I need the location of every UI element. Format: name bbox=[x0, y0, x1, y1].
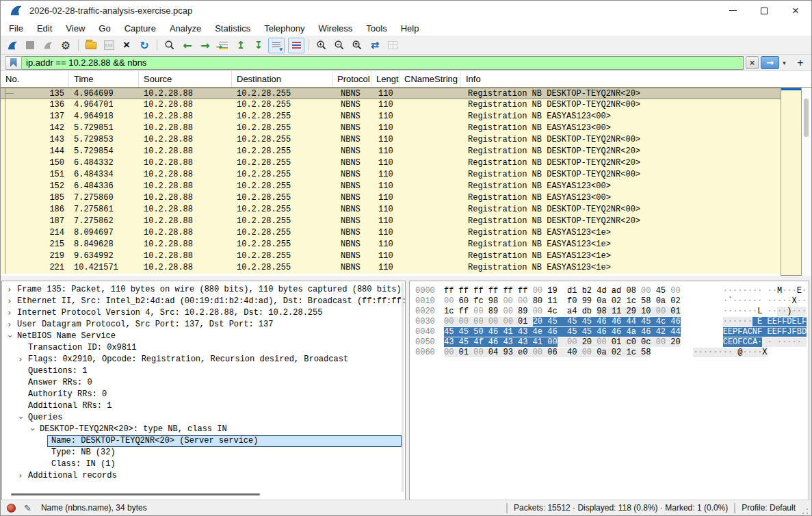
collapse-icon[interactable]: › bbox=[27, 426, 38, 434]
packet-row[interactable]: 1867.27586110.2.28.8810.2.28.255NBNS110R… bbox=[1, 204, 811, 216]
detail-line[interactable]: Name: DESKTOP-TEYQ2NR<20> (Server servic… bbox=[2, 435, 405, 447]
columns-prefs-button[interactable] bbox=[384, 38, 401, 53]
expert-info-icon[interactable] bbox=[7, 504, 16, 513]
go-back-button[interactable]: ← bbox=[179, 38, 196, 53]
hex-row[interactable]: 006000 01 00 04 93 e0 00 06 40 00 0a 02 … bbox=[415, 348, 809, 358]
packet-row[interactable]: 1857.27586010.2.28.8810.2.28.255NBNS110R… bbox=[1, 192, 811, 204]
menu-item-wireless[interactable]: Wireless bbox=[311, 21, 359, 36]
display-filter-input[interactable]: ip.addr == 10.2.28.88 && nbns bbox=[22, 56, 744, 70]
apply-filter-button[interactable]: → bbox=[761, 56, 779, 69]
expand-icon[interactable]: › bbox=[5, 284, 14, 296]
menu-item-help[interactable]: Help bbox=[394, 21, 426, 36]
add-filter-button[interactable]: + bbox=[794, 56, 807, 69]
zoom-reset-button[interactable] bbox=[349, 38, 365, 53]
hex-row[interactable]: 005043 45 4f 46 43 43 41 00 00 20 00 01 … bbox=[415, 337, 809, 348]
menu-item-telephony[interactable]: Telephony bbox=[257, 21, 311, 36]
find-packet-button[interactable] bbox=[161, 38, 178, 53]
hex-row[interactable]: 004045 45 50 46 41 43 4e 46 45 45 46 46 … bbox=[415, 327, 809, 337]
capture-comment-icon[interactable]: ✎ bbox=[24, 503, 31, 513]
column-header-source[interactable]: Source bbox=[139, 71, 232, 87]
packet-row[interactable]: 1445.72985410.2.28.8810.2.28.255NBNS110R… bbox=[1, 146, 811, 157]
column-header-protocol[interactable]: Protocol bbox=[332, 71, 371, 87]
intelligent-scrollbar[interactable] bbox=[781, 88, 802, 276]
detail-line[interactable]: Additional RRs: 1 bbox=[2, 400, 405, 412]
close-button[interactable]: × bbox=[780, 1, 811, 21]
menu-item-go[interactable]: Go bbox=[92, 21, 117, 36]
details-vertical-scrollbar[interactable] bbox=[402, 283, 404, 492]
open-file-button[interactable] bbox=[83, 38, 99, 53]
expand-icon[interactable]: › bbox=[16, 354, 25, 365]
packet-row[interactable]: 1435.72985310.2.28.8810.2.28.255NBNS110R… bbox=[1, 134, 811, 146]
clear-filter-button[interactable]: × bbox=[746, 56, 759, 69]
capture-options-button[interactable]: ⚙ bbox=[57, 38, 74, 53]
menu-item-edit[interactable]: Edit bbox=[30, 21, 59, 36]
detail-line[interactable]: ›Flags: 0x2910, Opcode: Registration, Re… bbox=[2, 354, 405, 365]
filter-dropdown-button[interactable]: ▾ bbox=[779, 56, 789, 69]
restart-capture-button[interactable] bbox=[40, 38, 56, 53]
packet-row[interactable]: 2199.63499210.2.28.8810.2.28.255NBNS110R… bbox=[1, 250, 811, 262]
zoom-in-button[interactable] bbox=[313, 38, 330, 53]
detail-line[interactable]: ›Frame 135: Packet, 110 bytes on wire (8… bbox=[2, 284, 405, 296]
close-file-button[interactable]: × bbox=[118, 38, 135, 53]
detail-line[interactable]: ›Additional records bbox=[2, 470, 405, 482]
collapse-icon[interactable]: › bbox=[15, 414, 27, 422]
column-header-destination[interactable]: Destination bbox=[232, 71, 332, 87]
go-first-packet-button[interactable]: ↥ bbox=[233, 38, 249, 53]
packet-row[interactable]: 1516.48433410.2.28.8810.2.28.255NBNS110R… bbox=[1, 169, 811, 181]
packet-row[interactable]: 1526.48433610.2.28.8810.2.28.255NBNS110R… bbox=[1, 181, 811, 192]
column-header-cnamestring[interactable]: CNameString bbox=[400, 71, 461, 87]
detail-line[interactable]: ›Internet Protocol Version 4, Src: 10.2.… bbox=[2, 307, 405, 319]
menu-item-capture[interactable]: Capture bbox=[118, 21, 163, 36]
packet-row[interactable]: 2158.84962810.2.28.8810.2.28.255NBNS110R… bbox=[1, 239, 811, 250]
expand-icon[interactable]: › bbox=[5, 307, 14, 319]
detail-line[interactable]: Questions: 1 bbox=[2, 365, 405, 377]
detail-line[interactable]: ›NetBIOS Name Service bbox=[2, 331, 405, 342]
minimize-button[interactable] bbox=[717, 1, 748, 21]
detail-line[interactable]: ›Queries bbox=[2, 412, 405, 424]
hex-row[interactable]: 001000 60 fc 98 00 00 80 11 f0 99 0a 02 … bbox=[415, 296, 809, 307]
expand-icon[interactable]: › bbox=[5, 319, 14, 331]
auto-scroll-toggle[interactable]: ▾ bbox=[268, 38, 285, 53]
packet-row[interactable]: 2148.09469710.2.28.8810.2.28.255NBNS110R… bbox=[1, 227, 811, 239]
save-file-button[interactable]: 010 bbox=[101, 38, 117, 53]
details-horizontal-scrollbar[interactable] bbox=[11, 493, 260, 495]
packet-row[interactable]: 22110.42157110.2.28.8810.2.28.255NBNS110… bbox=[1, 262, 811, 274]
detail-line[interactable]: Answer RRs: 0 bbox=[2, 377, 405, 389]
detail-line[interactable]: ›User Datagram Protocol, Src Port: 137, … bbox=[2, 319, 405, 331]
packet-row[interactable]: 1354.96469910.2.28.8810.2.28.255NBNS110R… bbox=[1, 88, 811, 99]
packet-row[interactable]: 1425.72985110.2.28.8810.2.28.255NBNS110R… bbox=[1, 122, 811, 134]
scrollbar-thumb[interactable] bbox=[804, 99, 809, 137]
go-forward-button[interactable]: → bbox=[197, 38, 213, 53]
packet-row[interactable]: 1506.48433210.2.28.8810.2.28.255NBNS110R… bbox=[1, 157, 811, 169]
resize-columns-button[interactable]: ⇄ bbox=[367, 38, 383, 53]
colorize-toggle[interactable] bbox=[288, 38, 304, 53]
column-header-no[interactable]: No. bbox=[1, 71, 69, 87]
packet-list-scrollbar[interactable] bbox=[802, 88, 811, 276]
filter-bookmark-button[interactable] bbox=[5, 56, 22, 70]
detail-line[interactable]: Class: IN (1) bbox=[2, 459, 405, 470]
detail-line[interactable]: Authority RRs: 0 bbox=[2, 389, 405, 400]
profile-text[interactable]: Profile: Default bbox=[742, 503, 796, 513]
hex-row[interactable]: 00201c ff 00 89 00 89 00 4c a4 db 98 11 … bbox=[415, 307, 809, 317]
menu-item-analyze[interactable]: Analyze bbox=[163, 21, 208, 36]
column-header-info[interactable]: Info bbox=[461, 71, 811, 87]
pane-splitter-horizontal[interactable] bbox=[1, 276, 811, 281]
zoom-out-button[interactable] bbox=[331, 38, 348, 53]
collapse-icon[interactable]: › bbox=[4, 333, 16, 341]
menu-item-file[interactable]: File bbox=[2, 21, 30, 36]
go-to-packet-button[interactable]: → bbox=[215, 38, 231, 53]
hex-row[interactable]: 003000 00 00 00 00 01 20 45 45 45 46 46 … bbox=[415, 317, 809, 327]
menu-item-view[interactable]: View bbox=[59, 21, 92, 36]
detail-line[interactable]: Transaction ID: 0x9811 bbox=[2, 342, 405, 354]
hex-row[interactable]: 0000ff ff ff ff ff ff 00 19 d1 b2 4d ad … bbox=[415, 286, 809, 296]
menu-item-tools[interactable]: Tools bbox=[359, 21, 393, 36]
expand-icon[interactable]: › bbox=[5, 296, 14, 307]
column-header-time[interactable]: Time bbox=[69, 71, 139, 87]
packet-row[interactable]: 1877.27586210.2.28.8810.2.28.255NBNS110R… bbox=[1, 216, 811, 227]
menu-item-statistics[interactable]: Statistics bbox=[208, 21, 257, 36]
stop-capture-button[interactable] bbox=[22, 38, 38, 53]
column-header-length[interactable]: Lengtl bbox=[371, 71, 400, 87]
detail-line[interactable]: ›Ethernet II, Src: Intel_b2:4d:ad (00:19… bbox=[2, 296, 405, 307]
detail-line[interactable]: ›DESKTOP-TEYQ2NR<20>: type NB, class IN bbox=[2, 424, 405, 435]
go-last-packet-button[interactable]: ↧ bbox=[250, 38, 267, 53]
